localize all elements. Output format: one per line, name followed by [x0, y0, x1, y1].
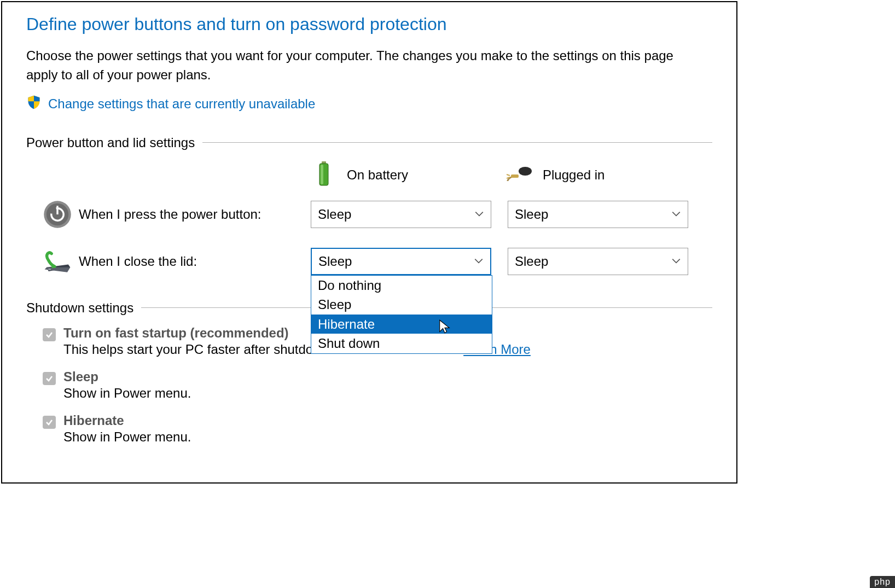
- option-do-nothing[interactable]: Do nothing: [311, 276, 492, 295]
- section-label: Shutdown settings: [26, 300, 133, 316]
- power-button-battery-select[interactable]: Sleep: [311, 201, 491, 228]
- col-on-battery: On battery: [311, 160, 497, 190]
- row-power-button: When I press the power button: Sleep Sle…: [26, 200, 712, 229]
- svg-point-3: [519, 167, 532, 176]
- select-value: Sleep: [318, 207, 351, 222]
- select-value: Sleep: [515, 254, 548, 269]
- plug-icon: [507, 160, 533, 190]
- cursor-icon: [437, 319, 452, 334]
- close-lid-battery-options: Do nothing Sleep Hibernate Shut down: [311, 275, 492, 354]
- svg-rect-0: [322, 161, 326, 164]
- col-label-battery: On battery: [347, 167, 408, 183]
- section-label: Power button and lid settings: [26, 135, 195, 150]
- svg-rect-4: [511, 174, 519, 178]
- column-headers: On battery Plugged in: [26, 160, 712, 190]
- hibernate-sub: Show in Power menu.: [63, 429, 191, 445]
- sleep-item: Sleep Show in Power menu.: [43, 369, 712, 411]
- fast-startup-checkbox[interactable]: [43, 328, 56, 341]
- hibernate-label: Hibernate: [63, 413, 191, 428]
- sleep-checkbox[interactable]: [43, 372, 56, 385]
- select-value: Sleep: [515, 207, 548, 222]
- admin-link-row: Change settings that are currently unava…: [26, 95, 712, 113]
- select-value: Sleep: [318, 254, 352, 269]
- sleep-sub: Show in Power menu.: [63, 386, 191, 401]
- chevron-down-icon: [671, 207, 681, 222]
- option-shut-down[interactable]: Shut down: [311, 334, 492, 353]
- svg-rect-2: [321, 165, 323, 184]
- page-description: Choose the power settings that you want …: [26, 46, 688, 85]
- row-close-lid: When I close the lid: Sleep Do nothing S…: [26, 247, 712, 276]
- sleep-label: Sleep: [63, 369, 191, 385]
- laptop-lid-icon: [43, 247, 79, 276]
- shield-icon: [26, 95, 42, 113]
- svg-line-5: [507, 174, 510, 176]
- svg-point-11: [48, 269, 51, 270]
- option-hibernate[interactable]: Hibernate: [311, 315, 492, 334]
- option-sleep[interactable]: Sleep: [311, 295, 492, 315]
- hibernate-item: Hibernate Show in Power menu.: [43, 413, 712, 455]
- close-lid-plugged-select[interactable]: Sleep: [508, 248, 688, 275]
- col-label-plugged: Plugged in: [543, 167, 605, 183]
- battery-icon: [311, 160, 337, 190]
- power-button-label: When I press the power button:: [79, 207, 311, 222]
- chevron-down-icon: [474, 254, 484, 269]
- power-button-plugged-select[interactable]: Sleep: [508, 201, 688, 228]
- power-button-icon: [43, 200, 79, 229]
- change-unavailable-settings-link[interactable]: Change settings that are currently unava…: [48, 96, 315, 112]
- divider: [202, 142, 712, 143]
- col-plugged-in: Plugged in: [507, 160, 693, 190]
- close-lid-battery-select[interactable]: Sleep Do nothing Sleep Hibernate Shut do…: [311, 248, 491, 275]
- chevron-down-icon: [671, 254, 681, 269]
- page-title: Define power buttons and turn on passwor…: [26, 14, 712, 34]
- chevron-down-icon: [474, 207, 484, 222]
- power-options-panel: Define power buttons and turn on passwor…: [1, 1, 737, 484]
- close-lid-label: When I close the lid:: [79, 254, 311, 269]
- section-power-button-lid: Power button and lid settings: [26, 135, 712, 150]
- hibernate-checkbox[interactable]: [43, 416, 56, 429]
